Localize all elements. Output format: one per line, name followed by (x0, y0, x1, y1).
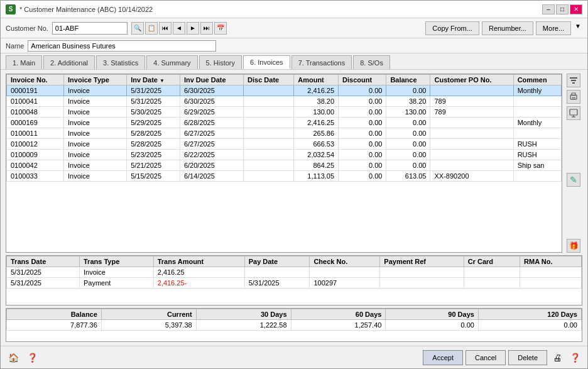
customer-toolbar: Customer No. 🔍 📋 ⏮ ◄ ► ⏭ 📅 Copy From... … (1, 18, 587, 38)
invoice-table: Invoice No. Invoice Type Inv Date ▼ Inv … (6, 74, 562, 182)
tab-main[interactable]: 1. Main (6, 55, 42, 69)
prev-icon[interactable]: ◄ (173, 22, 185, 35)
name-label: Name (6, 42, 24, 50)
table-row[interactable]: 0100042Invoice5/21/20256/20/2025864.250.… (7, 160, 562, 171)
col-due-date: Inv Due Date (180, 75, 243, 85)
tcol-check: Check No. (310, 256, 380, 267)
tab-bar: 1. Main 2. Additional 3. Statistics 4. S… (1, 53, 587, 70)
last-icon[interactable]: ⏭ (200, 22, 213, 35)
balance-table: BalanceCurrent30 Days60 Days90 Days120 D… (6, 309, 582, 331)
help-icon[interactable]: ❓ (24, 350, 40, 365)
svg-rect-5 (572, 97, 575, 98)
name-row: Name (1, 38, 587, 53)
accept-button[interactable]: Accept (423, 350, 463, 365)
svg-rect-2 (572, 82, 575, 84)
copy-icon[interactable]: 📋 (145, 22, 158, 35)
balance-col-4: 90 Days (386, 309, 479, 320)
nav-icons: 🔍 📋 ⏮ ◄ ► ⏭ 📅 (131, 22, 227, 35)
tab-additional[interactable]: 2. Additional (43, 55, 95, 69)
table-row[interactable]: 0100048Invoice5/30/20256/29/2025130.000.… (7, 107, 562, 118)
trans-table: Trans Date Trans Type Trans Amount Pay D… (6, 256, 582, 289)
title-bar: S * Customer Maintenance (ABC) 10/14/202… (1, 1, 587, 18)
balance-cell-5: 0.00 (478, 320, 581, 331)
sidebar-icon-edit[interactable]: ✎ (567, 173, 580, 187)
table-row[interactable]: 0100012Invoice5/28/20256/27/2025666.530.… (7, 139, 562, 150)
balance-col-2: 30 Days (196, 309, 291, 320)
delete-button[interactable]: Delete (508, 350, 547, 365)
balance-cell-0: 7,877.36 (7, 320, 102, 331)
right-sidebar: ✎ 🎁 (565, 74, 582, 253)
svg-rect-0 (570, 77, 577, 79)
col-inv-date: Inv Date ▼ (127, 75, 180, 85)
table-row[interactable]: 0000169Invoice5/29/20256/28/20252,416.25… (7, 118, 562, 128)
main-window: S * Customer Maintenance (ABC) 10/14/202… (0, 0, 588, 369)
balance-col-0: Balance (7, 309, 102, 320)
customer-no-input[interactable] (52, 22, 128, 35)
tcol-type: Trans Type (80, 256, 154, 267)
toolbar-right: Copy From... Renumber... More... ▼ (425, 21, 582, 35)
sidebar-icon-2[interactable] (567, 90, 580, 104)
table-row[interactable]: 5/31/2025Invoice2,416.25 (7, 267, 582, 278)
svg-rect-6 (572, 99, 575, 99)
tcol-amount: Trans Amount (153, 256, 244, 267)
tcol-rma: RMA No. (520, 256, 582, 267)
balance-cell-4: 0.00 (386, 320, 479, 331)
title-bar-left: S * Customer Maintenance (ABC) 10/14/202… (6, 4, 153, 14)
balance-cell-3: 1,257.40 (291, 320, 386, 331)
balance-col-3: 60 Days (291, 309, 386, 320)
balance-cell-2: 1,222.58 (196, 320, 291, 331)
table-row[interactable]: 0100011Invoice5/28/20256/27/2025265.860.… (7, 128, 562, 139)
balance-col-1: Current (101, 309, 196, 320)
balance-section: BalanceCurrent30 Days60 Days90 Days120 D… (6, 308, 582, 342)
invoice-table-container[interactable]: Invoice No. Invoice Type Inv Date ▼ Inv … (6, 74, 562, 253)
home-icon[interactable]: 🏠 (6, 350, 21, 365)
copy-from-button[interactable]: Copy From... (425, 21, 479, 35)
window-title: * Customer Maintenance (ABC) 10/14/2022 (19, 6, 153, 13)
table-row[interactable]: 0100033Invoice5/15/20256/14/20251,113.05… (7, 171, 562, 182)
title-controls: – □ ✕ (542, 4, 582, 14)
tab-sos[interactable]: 8. S/Os (353, 55, 390, 69)
sidebar-icon-gift[interactable]: 🎁 (567, 239, 580, 253)
tab-invoices[interactable]: 6. Invoices (243, 55, 290, 69)
sidebar-icon-3[interactable] (567, 106, 580, 120)
bottom-right: Accept Cancel Delete 🖨 ❓ (423, 350, 582, 365)
tcol-ref: Payment Ref (380, 256, 464, 267)
tab-transactions[interactable]: 7. Transactions (291, 55, 352, 69)
tab-summary[interactable]: 4. Summary (146, 55, 197, 69)
search-icon[interactable]: 🔍 (131, 22, 144, 35)
sidebar-icon-1[interactable] (567, 74, 580, 87)
tcol-pay-date: Pay Date (244, 256, 310, 267)
col-discount: Discount (339, 75, 386, 85)
customer-no-label: Customer No. (6, 25, 48, 32)
tab-statistics[interactable]: 3. Statistics (96, 55, 145, 69)
toolbar-left: Customer No. 🔍 📋 ⏮ ◄ ► ⏭ 📅 (6, 22, 227, 35)
minimize-button[interactable]: – (542, 4, 555, 14)
more-dropdown-icon[interactable]: ▼ (574, 21, 582, 35)
next-icon[interactable]: ► (187, 22, 199, 35)
cancel-button[interactable]: Cancel (466, 350, 506, 365)
more-button[interactable]: More... (536, 21, 571, 35)
calendar-icon[interactable]: 📅 (214, 22, 227, 35)
tab-history[interactable]: 5. History (199, 55, 242, 69)
col-amount: Amount (294, 75, 339, 85)
col-inv-no: Invoice No. (7, 75, 64, 85)
table-row[interactable]: 0100041Invoice5/31/20256/30/202538.200.0… (7, 96, 562, 107)
col-comment: Commen (513, 75, 561, 85)
bottom-bar: 🏠 ❓ Accept Cancel Delete 🖨 ❓ (1, 346, 587, 368)
table-row[interactable]: 0000191Invoice5/31/20256/30/20252,416.25… (7, 85, 562, 96)
tcol-date: Trans Date (7, 256, 80, 267)
bottom-left: 🏠 ❓ (6, 350, 40, 365)
question-icon[interactable]: ❓ (567, 350, 582, 365)
balance-col-5: 120 Days (478, 309, 581, 320)
restore-button[interactable]: □ (556, 4, 569, 14)
renumber-button[interactable]: Renumber... (482, 21, 533, 35)
table-row[interactable]: 0100009Invoice5/23/20256/22/20252,032.54… (7, 150, 562, 160)
table-row[interactable]: 5/31/2025Payment2,416.25-5/31/2025100297 (7, 278, 582, 289)
close-button[interactable]: ✕ (570, 4, 582, 14)
tcol-cr: Cr Card (464, 256, 520, 267)
print-icon[interactable]: 🖨 (550, 350, 565, 365)
first-icon[interactable]: ⏮ (159, 22, 172, 35)
sort-arrow: ▼ (160, 78, 165, 84)
name-input[interactable] (28, 40, 216, 52)
trans-section: Trans Date Trans Type Trans Amount Pay D… (6, 255, 582, 306)
